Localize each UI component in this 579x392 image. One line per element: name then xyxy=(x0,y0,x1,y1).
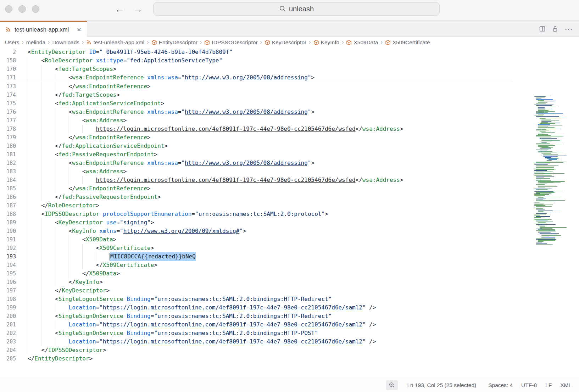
line-number[interactable]: 180 xyxy=(0,142,16,150)
line-number[interactable]: 203 xyxy=(0,337,16,346)
line-number[interactable]: 205 xyxy=(0,354,16,363)
line-number[interactable]: 183 xyxy=(0,167,16,176)
code-line[interactable]: 177<wsa:Address> xyxy=(0,116,513,125)
line-number[interactable]: 185 xyxy=(0,184,16,193)
more-actions-icon[interactable]: ··· xyxy=(565,27,573,31)
code-line[interactable]: 158<RoleDescriptor xsi:type="fed:Applica… xyxy=(0,56,513,65)
line-number[interactable]: 193 xyxy=(0,252,16,261)
line-number[interactable]: 202 xyxy=(0,329,16,337)
code-line[interactable]: 173</wsa:EndpointReference> xyxy=(0,82,513,91)
code-line[interactable]: 191<X509Data> xyxy=(0,235,513,244)
code-line[interactable]: 182<wsa:EndpointReference xmlns:wsa="htt… xyxy=(0,159,513,167)
code-line[interactable]: 198<SingleLogoutService Binding="urn:oas… xyxy=(0,295,513,303)
status-encoding[interactable]: UTF-8 xyxy=(517,381,541,390)
line-number[interactable]: 204 xyxy=(0,346,16,354)
line-number[interactable]: 199 xyxy=(0,303,16,312)
code-line[interactable]: 170<fed:TargetScopes> xyxy=(0,65,513,73)
close-window-button[interactable] xyxy=(5,5,12,13)
line-number[interactable]: 187 xyxy=(0,201,16,210)
code-line[interactable]: 194</X509Certificate> xyxy=(0,261,513,269)
code-line[interactable]: 205</EntityDescriptor> xyxy=(0,354,513,363)
split-editor-icon[interactable] xyxy=(539,26,545,32)
line-number[interactable]: 188 xyxy=(0,210,16,218)
code-line[interactable]: 175<fed:ApplicationServiceEndpoint> xyxy=(0,99,513,108)
line-number[interactable]: 190 xyxy=(0,227,16,235)
code-line[interactable]: 203Location="https://login.microsoftonli… xyxy=(0,337,513,346)
code-line[interactable]: 187</RoleDescriptor> xyxy=(0,201,513,210)
code-line[interactable]: 189<KeyDescriptor use="signing"> xyxy=(0,218,513,227)
line-number[interactable]: 186 xyxy=(0,193,16,201)
line-number[interactable]: 191 xyxy=(0,235,16,244)
code-line[interactable]: 195</X509Data> xyxy=(0,269,513,278)
code-line[interactable]: 197</KeyDescriptor> xyxy=(0,286,513,295)
breadcrumb-symbol-x509data[interactable]: X509Data xyxy=(346,39,378,46)
zoom-window-button[interactable] xyxy=(32,5,39,13)
line-number[interactable]: 197 xyxy=(0,286,16,295)
line-number[interactable]: 170 xyxy=(0,65,16,73)
breadcrumb-symbol-idpssodescriptor[interactable]: IDPSSODescriptor xyxy=(204,39,257,46)
breadcrumb-symbol-x509certificate[interactable]: X509Certificate xyxy=(385,39,430,46)
line-number[interactable]: 184 xyxy=(0,176,16,184)
code-line[interactable]: 174</fed:TargetScopes> xyxy=(0,91,513,99)
breadcrumb-symbol-entitydescriptor[interactable]: EntityDescriptor xyxy=(151,39,197,46)
code-line[interactable]: 171<wsa:EndpointReference xmlns:wsa="htt… xyxy=(0,73,513,82)
code-line[interactable]: 196</KeyInfo> xyxy=(0,278,513,286)
line-number[interactable]: 158 xyxy=(0,56,16,65)
breadcrumb-symbol-keyinfo[interactable]: KeyInfo xyxy=(313,39,340,46)
code-line[interactable]: 184https://login.microsoftonline.com/4ef… xyxy=(0,176,513,184)
code-line[interactable]: 200<SingleSignOnService Binding="urn:oas… xyxy=(0,312,513,320)
code-line[interactable]: 183<wsa:Address> xyxy=(0,167,513,176)
code-line[interactable]: 2<EntityDescriptor ID="_0be4911f-95eb-42… xyxy=(0,48,513,56)
line-number[interactable]: 198 xyxy=(0,295,16,303)
line-number[interactable]: 177 xyxy=(0,116,16,125)
code-line[interactable]: 176<wsa:EndpointReference xmlns:wsa="htt… xyxy=(0,108,513,116)
code-line[interactable]: 192<X509Certificate> xyxy=(0,244,513,252)
line-number[interactable]: 196 xyxy=(0,278,16,286)
line-number[interactable]: 174 xyxy=(0,91,16,99)
forward-button[interactable]: → xyxy=(133,2,143,16)
line-number[interactable]: 192 xyxy=(0,244,16,252)
line-number[interactable]: 195 xyxy=(0,269,16,278)
line-number[interactable]: 182 xyxy=(0,159,16,167)
code-area[interactable]: 173</wsa:EndpointReference>174</fed:Targ… xyxy=(0,82,513,363)
line-number[interactable]: 175 xyxy=(0,99,16,108)
breadcrumb-symbol-keydescriptor[interactable]: KeyDescriptor xyxy=(265,39,306,46)
close-tab-icon[interactable]: ✕ xyxy=(75,26,83,34)
line-number[interactable]: 179 xyxy=(0,133,16,142)
breadcrumb-folder-downloads[interactable]: Downloads xyxy=(52,39,79,46)
unlock-icon[interactable] xyxy=(552,26,558,32)
code-line[interactable]: 199Location="https://login.microsoftonli… xyxy=(0,303,513,312)
code-line[interactable]: 188<IDPSSODescriptor protocolSupportEnum… xyxy=(0,210,513,218)
line-number[interactable]: 178 xyxy=(0,125,16,133)
line-number[interactable]: 181 xyxy=(0,150,16,159)
status-indentation[interactable]: Spaces: 4 xyxy=(484,381,517,390)
code-line[interactable]: 181<fed:PassiveRequestorEndpoint> xyxy=(0,150,513,159)
code-line[interactable]: 202<SingleSignOnService Binding="urn:oas… xyxy=(0,329,513,337)
tab-test-unleash-app[interactable]: test-unleash-app.xml ✕ xyxy=(0,21,87,37)
minimize-window-button[interactable] xyxy=(18,5,26,13)
status-language[interactable]: XML xyxy=(556,381,576,390)
search-input[interactable]: unleash xyxy=(153,2,440,16)
code-line[interactable]: 186</fed:PassiveRequestorEndpoint> xyxy=(0,193,513,201)
line-number[interactable]: 2 xyxy=(0,48,16,56)
minimap[interactable] xyxy=(533,96,568,246)
status-eol[interactable]: LF xyxy=(541,381,556,390)
code-line[interactable]: 204</IDPSSODescriptor> xyxy=(0,346,513,354)
line-number[interactable]: 201 xyxy=(0,320,16,329)
status-cursor-position[interactable]: Ln 193, Col 25 (25 selected) xyxy=(403,381,480,390)
code-line[interactable]: 185</wsa:EndpointReference> xyxy=(0,184,513,193)
line-number[interactable]: 200 xyxy=(0,312,16,320)
line-number[interactable]: 189 xyxy=(0,218,16,227)
zoom-indicator[interactable] xyxy=(386,380,398,390)
code-line[interactable]: 201Location="https://login.microsoftonli… xyxy=(0,320,513,329)
line-number[interactable]: 171 xyxy=(0,73,16,82)
breadcrumb-file[interactable]: test-unleash-app.xml xyxy=(86,39,144,46)
code-line[interactable]: 193MIIC8DCCA{{redacted}}bNeQ xyxy=(0,252,513,261)
code-line[interactable]: 178https://login.microsoftonline.com/4ef… xyxy=(0,125,513,133)
breadcrumb-folder-melinda[interactable]: melinda xyxy=(26,39,45,46)
breadcrumb-folder-users[interactable]: Users xyxy=(5,39,19,46)
line-number[interactable]: 194 xyxy=(0,261,16,269)
line-number[interactable]: 176 xyxy=(0,108,16,116)
code-line[interactable]: 180</fed:ApplicationServiceEndpoint> xyxy=(0,142,513,150)
line-number[interactable]: 173 xyxy=(0,82,16,91)
